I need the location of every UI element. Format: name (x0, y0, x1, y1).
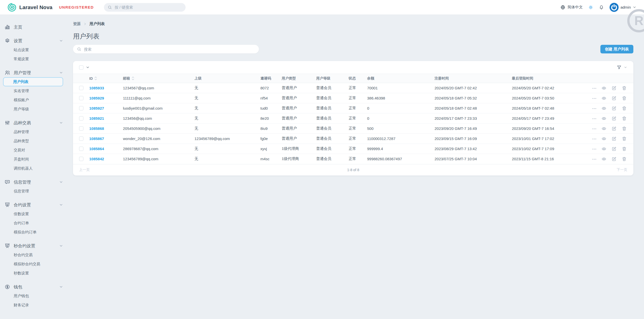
next-page-button[interactable]: 下一页 (617, 168, 627, 172)
view-eye-icon[interactable] (601, 96, 606, 101)
delete-trash-icon[interactable] (622, 116, 627, 121)
more-actions-icon[interactable] (592, 136, 596, 141)
row-checkbox[interactable] (79, 147, 83, 151)
row-checkbox[interactable] (79, 96, 83, 100)
sidebar-item[interactable]: 秒合约交易 (5, 250, 63, 260)
view-eye-icon[interactable] (601, 156, 606, 162)
view-eye-icon[interactable] (601, 146, 606, 151)
delete-trash-icon[interactable] (622, 86, 627, 91)
theme-toggle-sun-icon[interactable] (588, 5, 593, 10)
sort-icon[interactable] (132, 76, 134, 81)
sidebar-item[interactable]: 用户等级 (5, 105, 63, 114)
view-eye-icon[interactable] (601, 136, 606, 141)
row-id-link[interactable]: 1085927 (89, 106, 104, 110)
sidebar-section[interactable]: 设置 (5, 36, 63, 45)
sidebar-item[interactable]: 倍数设置 (5, 209, 63, 218)
more-actions-icon[interactable] (592, 86, 596, 90)
cell-user-level: 普通会员 (316, 93, 349, 103)
view-eye-icon[interactable] (601, 126, 606, 131)
row-checkbox[interactable] (79, 136, 83, 141)
sidebar-section[interactable]: 秒合约设置 (5, 241, 63, 250)
notifications-bell-icon[interactable] (599, 5, 604, 10)
row-checkbox[interactable] (79, 157, 83, 161)
row-checkbox[interactable] (79, 126, 83, 131)
prev-page-button[interactable]: 上一页 (79, 168, 90, 172)
edit-icon[interactable] (612, 136, 617, 141)
edit-icon[interactable] (612, 86, 617, 91)
row-id-link[interactable]: 1085842 (89, 157, 104, 161)
sidebar-item[interactable]: 财务记录 (5, 301, 63, 310)
row-id-link[interactable]: 1085921 (89, 116, 104, 121)
sidebar-item[interactable]: 品种管理 (5, 127, 63, 136)
sidebar-item[interactable]: 秒数设置 (5, 269, 63, 278)
edit-icon[interactable] (612, 156, 617, 162)
filter-dropdown[interactable] (617, 65, 627, 70)
resource-search[interactable] (73, 45, 259, 53)
sidebar-item-active[interactable]: 用户列表 (3, 77, 63, 86)
row-checkbox[interactable] (79, 106, 83, 110)
row-id-link[interactable]: 1085868 (89, 126, 104, 131)
delete-trash-icon[interactable] (622, 136, 627, 141)
sidebar-section[interactable]: 品种交易 (5, 118, 63, 127)
brand[interactable]: Laravel Nova (8, 3, 52, 12)
sidebar-item[interactable]: 模拟秒合约交易 (5, 260, 63, 269)
delete-trash-icon[interactable] (622, 106, 627, 111)
sidebar-item[interactable]: 常规设置 (5, 54, 63, 64)
view-eye-icon[interactable] (601, 106, 606, 111)
more-actions-icon[interactable] (592, 147, 596, 151)
sort-icon[interactable] (94, 76, 97, 81)
select-all-chevron-icon[interactable] (86, 65, 90, 69)
row-id-link[interactable]: 1085933 (89, 86, 104, 90)
edit-icon[interactable] (612, 146, 617, 151)
cell-registered-at: 2023/07/25 GMT-7 10:04 (435, 154, 512, 164)
delete-trash-icon[interactable] (622, 126, 627, 131)
row-id-link[interactable]: 1085929 (89, 96, 104, 100)
row-id-link[interactable]: 1085867 (89, 136, 104, 141)
edit-icon[interactable] (612, 116, 617, 121)
view-eye-icon[interactable] (601, 116, 606, 121)
row-id-link[interactable]: 1085864 (89, 147, 104, 151)
sidebar-item[interactable]: 交易对 (5, 146, 63, 155)
sidebar-item[interactable]: 用户钱包 (5, 291, 63, 301)
sidebar-section[interactable]: 主页 (5, 23, 63, 32)
sidebar-item[interactable]: 品种类型 (5, 136, 63, 146)
sidebar-item[interactable]: 实名管理 (5, 86, 63, 95)
sidebar-item[interactable]: 站点设置 (5, 45, 63, 54)
sidebar-section[interactable]: 合约设置 (5, 200, 63, 209)
user-menu[interactable]: admin (610, 3, 636, 12)
edit-icon[interactable] (612, 96, 617, 101)
sidebar-item[interactable]: 模拟合约订单 (5, 228, 63, 237)
sidebar-item[interactable]: 模拟账户 (5, 95, 63, 105)
resource-search-input[interactable] (84, 47, 255, 51)
sidebar-section[interactable]: 信息管理 (5, 177, 63, 187)
column-header[interactable]: ID (89, 74, 123, 83)
more-actions-icon[interactable] (592, 126, 596, 131)
more-actions-icon[interactable] (592, 106, 596, 111)
row-checkbox[interactable] (79, 116, 83, 121)
global-search[interactable] (104, 3, 186, 12)
create-resource-button[interactable]: 创建 用户列表 (600, 45, 633, 53)
cell-email: luodiye001@gmail.com (123, 103, 194, 113)
sidebar-section[interactable]: 用户管理 (5, 68, 63, 77)
sidebar-section-label: 秒合约设置 (14, 243, 35, 249)
global-search-input[interactable] (115, 5, 182, 9)
view-eye-icon[interactable] (601, 86, 606, 91)
more-actions-icon[interactable] (592, 96, 596, 101)
more-actions-icon[interactable] (592, 157, 596, 161)
select-all-checkbox[interactable] (79, 65, 83, 70)
column-header[interactable]: 邮箱 (123, 74, 194, 83)
row-checkbox[interactable] (79, 86, 83, 90)
delete-trash-icon[interactable] (622, 96, 627, 101)
more-actions-icon[interactable] (592, 116, 596, 121)
language-switcher[interactable]: 简体中文 (560, 5, 583, 10)
sidebar-item[interactable]: 调控机器人 (5, 164, 63, 173)
sidebar-item[interactable]: 合约订单 (5, 218, 63, 228)
delete-trash-icon[interactable] (622, 146, 627, 151)
edit-icon[interactable] (612, 106, 617, 111)
sidebar-section[interactable]: 钱包 (5, 282, 63, 291)
edit-icon[interactable] (612, 126, 617, 131)
delete-trash-icon[interactable] (622, 156, 627, 162)
breadcrumb-resources-link[interactable]: 资源 (73, 22, 81, 26)
sidebar-item[interactable]: 开盘时间 (5, 155, 63, 164)
sidebar-item[interactable]: 信息管理 (5, 187, 63, 196)
